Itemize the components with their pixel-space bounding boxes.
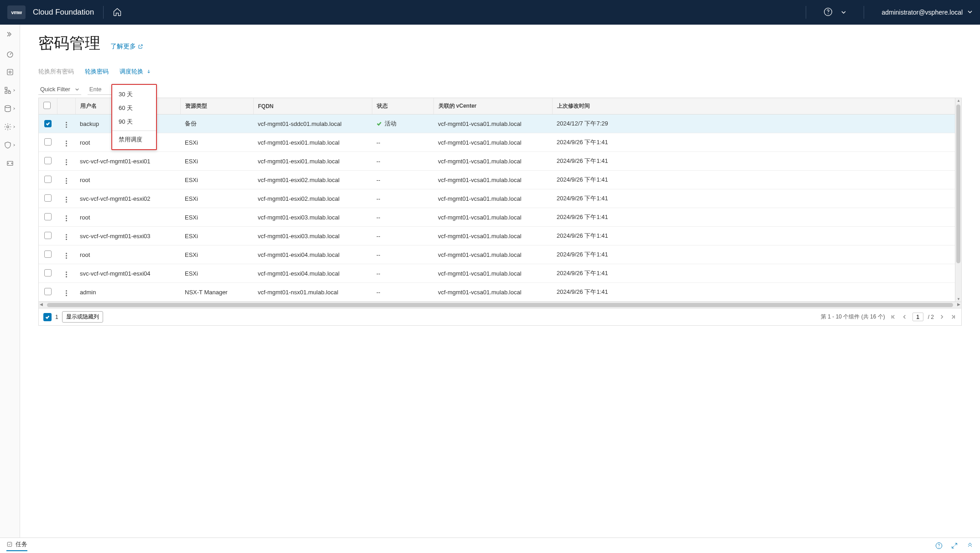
cell-fqdn: vcf-mgmt01-esxi01.mulab.local <box>253 133 372 152</box>
vertical-scrollbar[interactable] <box>955 98 961 302</box>
table-row[interactable]: rootESXivcf-mgmt01-esxi04.mulab.local--v… <box>39 245 961 264</box>
sidebar-item-settings[interactable] <box>4 123 16 131</box>
table-row[interactable]: svc-vcf-vcf-mgmt01-esxi02ESXivcf-mgmt01-… <box>39 189 961 208</box>
tasks-label: 任务 <box>16 540 27 548</box>
last-page-button[interactable] <box>950 313 957 320</box>
help-icon[interactable] <box>824 7 833 18</box>
cell-vcenter: vcf-mgmt01-vcsa01.mulab.local <box>433 264 552 283</box>
rotate-button[interactable]: 轮换密码 <box>85 68 109 76</box>
row-checkbox[interactable] <box>44 269 52 276</box>
cell-vcenter: vcf-mgmt01-vcsa01.mulab.local <box>433 133 552 152</box>
col-restype[interactable]: 资源类型 <box>180 98 253 115</box>
collapse-up-icon[interactable] <box>966 542 974 549</box>
chevron-down-icon <box>967 9 973 15</box>
row-actions-icon[interactable] <box>64 288 69 298</box>
cell-restype: ESXi <box>180 245 253 264</box>
row-actions-icon[interactable] <box>64 232 69 242</box>
help-footer-icon[interactable] <box>935 542 943 549</box>
learn-more-link[interactable]: 了解更多 <box>110 42 143 51</box>
row-checkbox[interactable] <box>44 250 52 258</box>
table-row[interactable]: adminNSX-T Managervcf-mgmt01-nsx01.mulab… <box>39 283 961 302</box>
cell-fqdn: vcf-mgmt01-esxi03.mulab.local <box>253 208 372 227</box>
prev-page-button[interactable] <box>901 313 908 320</box>
dropdown-90d[interactable]: 90 天 <box>112 115 156 129</box>
col-fqdn[interactable]: FQDN <box>253 98 372 115</box>
horizontal-scrollbar[interactable] <box>39 302 961 308</box>
dropdown-60d[interactable]: 60 天 <box>112 101 156 115</box>
tasks-tab[interactable]: 任务 <box>6 540 27 551</box>
table-row[interactable]: svc-vcf-vcf-mgmt01-esxi03ESXivcf-mgmt01-… <box>39 227 961 245</box>
dropdown-disable[interactable]: 禁用调度 <box>112 133 156 146</box>
row-checkbox[interactable] <box>44 176 52 183</box>
sidebar-item-tools[interactable] <box>6 159 14 167</box>
action-bar: 轮换所有密码 轮换密码 调度轮换 <box>38 68 962 76</box>
page-title: 密码管理 <box>38 33 100 54</box>
table-row[interactable]: rootESXivcf-mgmt01-esxi03.mulab.local--v… <box>39 208 961 227</box>
table-row[interactable]: backup备份vcf-mgmt01-sddc01.mulab.local活动v… <box>39 115 961 133</box>
row-checkbox[interactable] <box>44 157 52 164</box>
table-row[interactable]: svc-vcf-vcf-mgmt01-esxi01ESXivcf-mgmt01-… <box>39 152 961 171</box>
row-checkbox[interactable] <box>44 120 52 127</box>
sidebar-item-storage[interactable] <box>4 104 16 113</box>
row-actions-icon[interactable] <box>64 139 69 148</box>
table-row[interactable]: rootESXivcf-mgmt01-esxi02.mulab.local--v… <box>39 171 961 189</box>
sidebar-item-hosts[interactable] <box>4 86 16 94</box>
row-actions-icon[interactable] <box>64 251 69 261</box>
row-checkbox[interactable] <box>44 288 52 295</box>
first-page-button[interactable] <box>890 313 897 320</box>
cell-status: -- <box>372 283 433 302</box>
arrow-down-icon <box>146 69 151 74</box>
sidebar-item-security[interactable] <box>4 141 16 149</box>
svg-point-4 <box>9 71 11 73</box>
row-actions-icon[interactable] <box>64 176 69 186</box>
sidebar-item-inventory[interactable] <box>6 68 14 76</box>
user-label: administrator@vsphere.local <box>881 9 963 16</box>
row-checkbox[interactable] <box>44 232 52 239</box>
sidebar-item-dashboard[interactable] <box>6 50 14 58</box>
cell-user: svc-vcf-vcf-mgmt01-esxi01 <box>75 152 180 171</box>
home-icon[interactable] <box>113 7 122 18</box>
cell-vcenter: vcf-mgmt01-vcsa01.mulab.local <box>433 171 552 189</box>
cell-modified: 2024/9/26 下午1:41 <box>552 133 961 152</box>
row-actions-icon[interactable] <box>64 214 69 223</box>
dropdown-30d[interactable]: 30 天 <box>112 88 156 101</box>
column-toggle-button[interactable]: 显示或隐藏列 <box>62 311 103 323</box>
help-dropdown-icon[interactable] <box>841 10 846 15</box>
col-actions <box>57 98 75 115</box>
tasks-icon <box>6 541 13 548</box>
row-checkbox[interactable] <box>44 194 52 202</box>
cell-status: -- <box>372 171 433 189</box>
col-status[interactable]: 状态 <box>372 98 433 115</box>
row-actions-icon[interactable] <box>64 195 69 204</box>
select-all-checkbox[interactable] <box>43 102 51 109</box>
row-checkbox[interactable] <box>44 138 52 146</box>
cell-user: admin <box>75 283 180 302</box>
pagination-range: 第 1 - 10 个组件 (共 16 个) <box>821 313 885 321</box>
row-checkbox[interactable] <box>44 213 52 220</box>
row-actions-icon[interactable] <box>64 270 69 279</box>
table-row[interactable]: rootESXivcf-mgmt01-esxi01.mulab.local--v… <box>39 133 961 152</box>
selection-indicator[interactable] <box>43 313 52 321</box>
chevron-down-icon <box>75 87 79 92</box>
sidebar-expand-icon[interactable] <box>6 30 14 40</box>
col-modified[interactable]: 上次修改时间 <box>552 98 961 115</box>
cell-fqdn: vcf-mgmt01-esxi03.mulab.local <box>253 227 372 245</box>
expand-icon[interactable] <box>951 542 958 549</box>
cell-vcenter: vcf-mgmt01-vcsa01.mulab.local <box>433 227 552 245</box>
col-vcenter[interactable]: 关联的 vCenter <box>433 98 552 115</box>
user-menu[interactable]: administrator@vsphere.local <box>881 9 973 16</box>
cell-modified: 2024/9/26 下午1:41 <box>552 283 961 302</box>
svg-rect-3 <box>7 69 13 75</box>
cell-modified: 2024/9/26 下午1:41 <box>552 152 961 171</box>
cell-status: -- <box>372 245 433 264</box>
table-row[interactable]: svc-vcf-vcf-mgmt01-esxi04ESXivcf-mgmt01-… <box>39 264 961 283</box>
row-actions-icon[interactable] <box>64 157 69 167</box>
page-input[interactable] <box>912 313 923 321</box>
cell-user: root <box>75 208 180 227</box>
schedule-button[interactable]: 调度轮换 <box>120 68 151 76</box>
cell-status: -- <box>372 208 433 227</box>
quick-filter-dropdown[interactable]: Quick Filter <box>38 84 81 95</box>
row-actions-icon[interactable] <box>64 120 69 130</box>
cell-fqdn: vcf-mgmt01-esxi04.mulab.local <box>253 264 372 283</box>
next-page-button[interactable] <box>938 313 945 320</box>
